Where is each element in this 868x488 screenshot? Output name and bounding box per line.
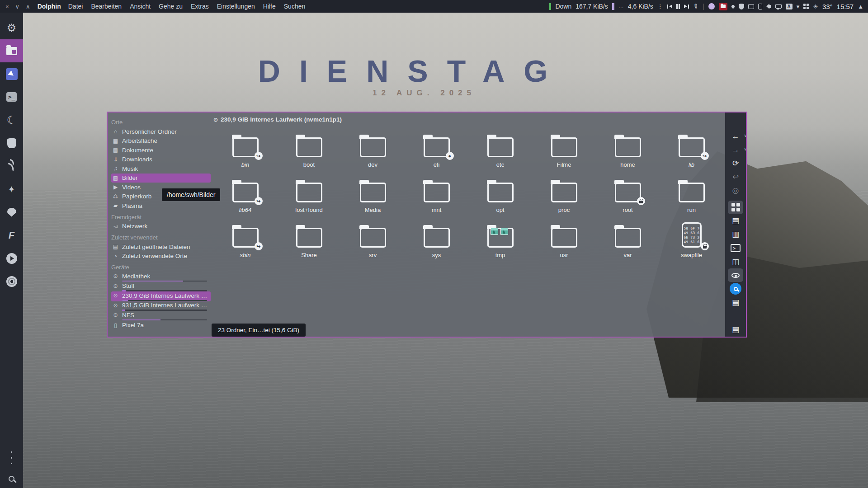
sidebar-item-mediathek[interactable]: ⊙Mediathek — [111, 272, 211, 282]
sidebar-item-nfs[interactable]: ⊙NFS — [111, 311, 211, 321]
file-item-var[interactable]: var — [596, 221, 660, 266]
file-item-Media[interactable]: Media — [341, 176, 405, 221]
feed-reader-app[interactable] — [0, 155, 23, 178]
color-picker-icon[interactable]: ✎ — [692, 2, 700, 11]
moon-app[interactable]: ☾ — [0, 108, 23, 131]
menu-suchen[interactable]: Suchen — [284, 3, 305, 10]
menu-einstellungen[interactable]: Einstellungen — [217, 3, 255, 10]
icons-view-button[interactable] — [728, 201, 743, 214]
file-item-lost-found[interactable]: lost+found — [277, 176, 341, 221]
folder-sync-icon[interactable] — [719, 3, 727, 10]
menu-hilfe[interactable]: Hilfe — [263, 3, 276, 10]
phone-link-icon[interactable] — [758, 4, 762, 9]
chevron-down-icon[interactable]: ∨ — [744, 133, 747, 138]
sidebar-item-netzwerk[interactable]: ◅Netzwerk — [111, 222, 211, 231]
file-item-efi[interactable]: ●efi — [405, 131, 468, 176]
selection-tool-app[interactable] — [0, 62, 23, 85]
terminal-app[interactable]: >_ — [0, 85, 23, 108]
volume-icon[interactable] — [766, 4, 771, 9]
file-item-run[interactable]: run — [660, 176, 723, 221]
file-item-sys[interactable]: sys — [405, 221, 468, 266]
panel-up-icon[interactable]: ▲ — [858, 3, 863, 10]
tree-view-button[interactable]: ▥ — [728, 227, 743, 241]
location-header[interactable]: ⊙ 230,9 GiB Internes Laufwerk (nvme1n1p1… — [213, 116, 342, 123]
sidebar-item-zuletzt-verwendete-orte[interactable]: ◔Zuletzt verwendete Orte — [111, 252, 211, 261]
file-item-lib64[interactable]: ↪lib64 — [213, 176, 277, 221]
file-item-bin[interactable]: ↪bin — [213, 131, 277, 176]
media-next-icon[interactable] — [684, 5, 689, 9]
sidebar-item-bilder[interactable]: ▩Bilder — [111, 174, 211, 183]
close-button[interactable]: × — [5, 3, 9, 10]
file-item-root[interactable]: root — [596, 176, 660, 221]
media-player-app[interactable] — [0, 247, 23, 270]
weather-sun-icon[interactable]: ☀ — [813, 3, 818, 10]
keyboard-layout-icon[interactable]: A — [786, 4, 793, 9]
undo-button[interactable]: ↩ — [728, 170, 743, 184]
back-button[interactable]: ←∨ — [728, 130, 743, 143]
sidebar-item-plasma[interactable]: ▰Plasma — [111, 201, 211, 211]
notification-circle-icon[interactable] — [708, 3, 715, 9]
display-icon[interactable] — [775, 4, 782, 9]
disc-app[interactable] — [0, 270, 23, 293]
window-manager-icon[interactable] — [748, 4, 754, 9]
file-item-Filme[interactable]: Filme — [532, 131, 596, 176]
file-item-lib[interactable]: ↪lib — [660, 131, 723, 176]
file-item-boot[interactable]: boot — [277, 131, 341, 176]
selection-mode-button[interactable]: ◎ — [728, 184, 743, 197]
file-item-opt[interactable]: opt — [468, 176, 532, 221]
search-button[interactable] — [728, 282, 743, 296]
sidebar-item-pers-nlicher-ordner[interactable]: ⌂Persönlicher Ordner — [111, 127, 211, 136]
media-pause-icon[interactable] — [676, 4, 680, 9]
location-pin-icon[interactable] — [731, 4, 735, 9]
menu-gehe-zu[interactable]: Gehe zu — [159, 3, 183, 10]
chevron-down-icon[interactable]: ▾ — [797, 3, 800, 10]
shield-icon[interactable] — [739, 4, 744, 9]
dolphin-app[interactable] — [0, 39, 23, 62]
split-view-button[interactable]: ◫ — [728, 255, 743, 268]
app-grid-icon[interactable] — [803, 4, 809, 9]
file-item-sbin[interactable]: ↪sbin — [213, 221, 277, 266]
overflow-dots-icon[interactable]: ⋮ — [657, 3, 663, 10]
file-item-mnt[interactable]: mnt — [405, 176, 468, 221]
file-item-tmp[interactable]: tmp — [468, 221, 532, 266]
refresh-button[interactable]: ⟳ — [728, 157, 743, 170]
settings-app[interactable]: ⚙ — [0, 16, 23, 39]
sidebar-item-downloads[interactable]: ⇓Downloads — [111, 155, 211, 164]
bird-app[interactable]: ✦ — [0, 178, 23, 201]
brave-browser-app[interactable] — [0, 131, 23, 155]
shade-up-button[interactable]: ∧ — [26, 3, 30, 10]
menu-datei[interactable]: Datei — [68, 3, 83, 10]
menu-extras[interactable]: Extras — [191, 3, 209, 10]
file-item-usr[interactable]: usr — [532, 221, 596, 266]
sidebar-item-230-9-gib-internes-laufwerk-[interactable]: ⊙230,9 GiB Internes Laufwerk … — [111, 291, 211, 301]
media-previous-icon[interactable] — [667, 5, 672, 9]
file-item-etc[interactable]: etc — [468, 131, 532, 176]
menu-ansicht[interactable]: Ansicht — [130, 3, 151, 10]
sidebar-item-arbeitsfl-che[interactable]: ▦Arbeitsfläche — [111, 136, 211, 146]
terminal-panel-button[interactable]: >_ — [728, 241, 743, 255]
strawberry-player-app[interactable] — [0, 201, 23, 224]
file-item-proc[interactable]: proc — [532, 176, 596, 221]
file-item-Share[interactable]: Share — [277, 221, 341, 266]
flag-app[interactable]: F — [0, 224, 23, 247]
file-item-srv[interactable]: srv — [341, 221, 405, 266]
sidebar-item-931-5-gib-internes-laufwerk-[interactable]: ⊙931,5 GiB Internes Laufwerk … — [111, 301, 211, 311]
places-panel-button[interactable]: ▤ — [728, 323, 743, 337]
preview-button[interactable] — [728, 268, 743, 282]
sidebar-item-pixel-7a[interactable]: ▯Pixel 7a — [111, 321, 211, 330]
menu-bearbeiten[interactable]: Bearbeiten — [91, 3, 122, 10]
file-item-dev[interactable]: dev — [341, 131, 405, 176]
shade-down-button[interactable]: ∨ — [15, 3, 20, 10]
details-view-button[interactable]: ▤ — [728, 214, 743, 228]
sidebar-item-zuletzt-ge-ffnete-dateien[interactable]: ▤Zuletzt geöffnete Dateien — [111, 242, 211, 252]
file-item-swapfile[interactable]: 50 6F 7049 63 6F6E 73 2049 61 6Eswapfile — [660, 221, 723, 266]
file-item-home[interactable]: home — [596, 131, 660, 176]
information-panel-button[interactable]: ▤ — [728, 296, 743, 309]
chevron-down-icon[interactable]: ∨ — [744, 147, 747, 151]
sidebar-item-musik[interactable]: ♫Musik — [111, 164, 211, 174]
sidebar-item-dokumente[interactable]: ▤Dokumente — [111, 145, 211, 155]
dock-overflow-dots-icon[interactable] — [11, 451, 13, 465]
dock-search-icon[interactable] — [9, 476, 14, 482]
sidebar-item-stuff[interactable]: ⊙Stuff — [111, 282, 211, 292]
forward-button[interactable]: →∨ — [728, 143, 743, 157]
